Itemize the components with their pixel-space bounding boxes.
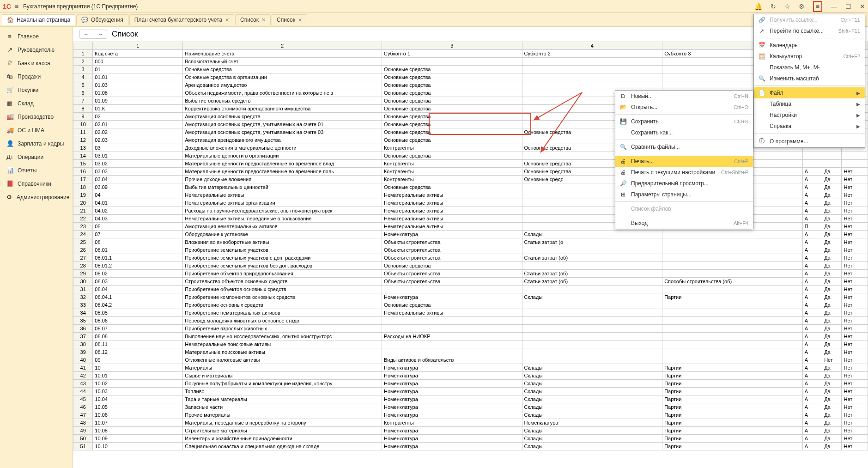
sidebar-item-3[interactable]: 🛍Продажи bbox=[0, 70, 73, 83]
cell: Основные средства bbox=[382, 89, 522, 97]
settings-icon[interactable]: ⚙ bbox=[799, 3, 805, 10]
bell-icon[interactable]: 🔔 bbox=[754, 3, 762, 10]
cell: А bbox=[802, 340, 822, 348]
sidebar-item-2[interactable]: ₽Банк и касса bbox=[0, 56, 73, 70]
table-row[interactable]: 301Основные средстваОсновные средства bbox=[73, 66, 868, 73]
menu-item-1[interactable]: ↗Перейти по ссылке...Shift+F11 bbox=[754, 25, 865, 36]
cell: Да bbox=[822, 333, 842, 340]
menu-label: Изменить масштаб bbox=[770, 75, 860, 82]
close-icon[interactable]: ✕ bbox=[225, 17, 229, 23]
file-menu-item-3[interactable]: 💾СохранитьCtrl+S bbox=[615, 116, 753, 127]
table-row[interactable]: 3808.11Нематериальные поисковые активыАД… bbox=[73, 340, 868, 348]
menu-item-10[interactable]: Настройки▶ bbox=[754, 109, 865, 121]
cell: Да bbox=[822, 223, 842, 231]
forward-button[interactable]: → bbox=[94, 30, 107, 38]
table-row[interactable]: 3708.08Выполнение научно-исследовательск… bbox=[73, 333, 868, 340]
table-row[interactable]: 2608.01Приобретение земельных участковОб… bbox=[73, 246, 868, 254]
menu-item-5[interactable]: Показать M, M+, M- bbox=[754, 62, 865, 73]
file-menu-item-1[interactable]: 📂Открыть...Ctrl+O bbox=[615, 102, 753, 113]
table-row[interactable]: 2808.01.2Приобретение земельных участков… bbox=[73, 262, 868, 270]
cell: Нет bbox=[842, 301, 868, 309]
table-row[interactable]: 4910.08Строительные материалыНоменклатур… bbox=[73, 427, 868, 435]
file-menu-item-13[interactable]: Список файлов bbox=[615, 203, 753, 214]
minimize-icon[interactable]: — bbox=[831, 3, 837, 10]
menu-item-13[interactable]: ⓘО программе... bbox=[754, 135, 865, 147]
sidebar-item-1[interactable]: ↗Руководителю bbox=[0, 43, 73, 56]
table-row[interactable]: 4009Отложенные налоговые активыВиды акти… bbox=[73, 356, 868, 364]
table-row[interactable]: 3308.04.2Приобретение основных средствОс… bbox=[73, 301, 868, 309]
sidebar-item-11[interactable]: 📕Справочники bbox=[0, 177, 73, 190]
menu-item-6[interactable]: 🔍Изменить масштаб bbox=[754, 73, 865, 84]
file-menu-item-15[interactable]: ВыходAlt+F4 bbox=[615, 218, 753, 229]
history-icon[interactable]: ↻ bbox=[771, 3, 776, 10]
menu-item-0[interactable]: 🔗Получить ссылку...Ctrl+F11 bbox=[754, 14, 865, 25]
tab-1[interactable]: 💬Обсуждения bbox=[76, 14, 128, 25]
table-row[interactable]: 2908.02Приобретение объектов природополь… bbox=[73, 270, 868, 278]
cell: 13 bbox=[73, 144, 93, 152]
table-row[interactable]: 2000Вспомогательный счет bbox=[73, 58, 868, 66]
table-row[interactable]: 4210.01Сырье и материалыНоменклатураСкла… bbox=[73, 372, 868, 380]
file-menu-item-6[interactable]: 🔍Сравнить файлы... bbox=[615, 141, 753, 152]
close-icon[interactable]: ✕ bbox=[261, 17, 266, 23]
tab-2[interactable]: План счетов бухгалтерского учета✕ bbox=[129, 14, 234, 25]
close-icon[interactable]: ✕ bbox=[298, 17, 302, 23]
sidebar-icon: 📊 bbox=[6, 167, 13, 174]
table-row[interactable]: 3108.04Приобретение объектов основных ср… bbox=[73, 286, 868, 293]
star-icon[interactable]: ☆ bbox=[784, 3, 790, 10]
table-row[interactable]: 4710.06Прочие материалыНоменклатураСклад… bbox=[73, 411, 868, 419]
file-menu-item-10[interactable]: 🔎Предварительный просмотр... bbox=[615, 178, 753, 189]
menu-item-8[interactable]: 📄Файл▶ bbox=[754, 87, 865, 98]
menu-item-11[interactable]: Справка▶ bbox=[754, 121, 865, 132]
tab-4[interactable]: Список✕ bbox=[272, 14, 307, 25]
table-row[interactable]: 3208.04.1Приобретение компонентов основн… bbox=[73, 293, 868, 301]
table-row[interactable]: 5110.10Специальная оснастка и специальна… bbox=[73, 443, 868, 450]
menu-item-4[interactable]: 🧮КалькуляторCtrl+F2 bbox=[754, 51, 865, 62]
table-row[interactable]: 4810.07Материалы, переданные в переработ… bbox=[73, 419, 868, 427]
menu-label: Сохранить bbox=[631, 118, 729, 125]
sidebar-item-10[interactable]: 📊Отчеты bbox=[0, 164, 73, 177]
file-menu-item-11[interactable]: ⊞Параметры страницы... bbox=[615, 189, 753, 200]
sidebar-item-5[interactable]: ▦Склад bbox=[0, 97, 73, 110]
file-menu-item-9[interactable]: 🖨Печать с текущими настройкамиCtrl+Shift… bbox=[615, 167, 753, 178]
file-menu-item-4[interactable]: Сохранить как... bbox=[615, 127, 753, 138]
table-row[interactable]: 2508Вложения во внеоборотные активыОбъек… bbox=[73, 238, 868, 246]
table-row[interactable]: 4410.03ТопливоНоменклатураСкладыПартииАД… bbox=[73, 388, 868, 395]
table-row[interactable]: 4310.02Покупные полуфабрикаты и комплект… bbox=[73, 380, 868, 388]
table-row[interactable]: 2407Оборудование к установкеНоменклатура… bbox=[73, 231, 868, 238]
table-row[interactable]: 401.01Основные средства в организацииОсн… bbox=[73, 73, 868, 81]
cell: 37 bbox=[73, 333, 93, 340]
cell: Склады bbox=[522, 388, 662, 395]
menu-item-9[interactable]: Таблица▶ bbox=[754, 98, 865, 109]
back-button[interactable]: ← bbox=[80, 30, 92, 38]
table-row[interactable]: 5010.09Инвентарь и хозяйственные принадл… bbox=[73, 435, 868, 443]
logo-icon: 1C bbox=[3, 3, 11, 10]
tab-3[interactable]: Список✕ bbox=[235, 14, 271, 25]
table-row[interactable]: 3508.06Перевод молодняка животных в осно… bbox=[73, 317, 868, 325]
menu-item-3[interactable]: 📅Календарь bbox=[754, 40, 865, 51]
tab-0[interactable]: 🏠Начальная страница bbox=[2, 14, 75, 25]
table-row[interactable]: 3408.05Приобретение нематериальных актив… bbox=[73, 309, 868, 317]
table-row[interactable]: 3008.03Строительство объектов основных с… bbox=[73, 278, 868, 286]
sidebar-item-0[interactable]: ≡Главное bbox=[0, 30, 73, 43]
sidebar-item-4[interactable]: 🛒Покупки bbox=[0, 83, 73, 97]
sidebar-item-7[interactable]: 🚚ОС и НМА bbox=[0, 123, 73, 137]
sidebar-item-9[interactable]: ДтОперации bbox=[0, 150, 73, 164]
table-row[interactable]: 3908.12Материальные поисковые активыАДаН… bbox=[73, 348, 868, 356]
sidebar-item-8[interactable]: 👤Зарплата и кадры bbox=[0, 137, 73, 150]
close-icon[interactable]: ✕ bbox=[860, 3, 865, 10]
table-row[interactable]: 4510.04Тара и тарные материалыНоменклату… bbox=[73, 395, 868, 403]
cell: Партии bbox=[662, 411, 803, 419]
table-row[interactable]: 2708.01.1Приобретение земельных участков… bbox=[73, 254, 868, 262]
table-row[interactable]: 3608.07Приобретение взрослых животныхАДа… bbox=[73, 325, 868, 333]
menu-icon: 📅 bbox=[759, 42, 765, 49]
table-row[interactable]: 4110МатериалыНоменклатураСкладыПартииАДа… bbox=[73, 364, 868, 372]
hamburger-icon[interactable]: ≡ bbox=[15, 3, 18, 10]
menu-icon[interactable]: ≡ bbox=[813, 1, 822, 12]
maximize-icon[interactable]: ☐ bbox=[845, 3, 851, 10]
file-menu-item-0[interactable]: 🗋Новый...Ctrl+N bbox=[615, 91, 753, 102]
sidebar-item-6[interactable]: 🏭Производство bbox=[0, 110, 73, 123]
table-row[interactable]: 4610.05Запасные частиНоменклатураСкладыП… bbox=[73, 403, 868, 411]
sidebar-item-12[interactable]: ⚙Администрирование bbox=[0, 190, 73, 204]
file-menu-item-8[interactable]: 🖨Печать...Ctrl+P bbox=[615, 156, 753, 167]
table-row[interactable]: 501.03Арендованное имуществоОсновные сре… bbox=[73, 81, 868, 89]
